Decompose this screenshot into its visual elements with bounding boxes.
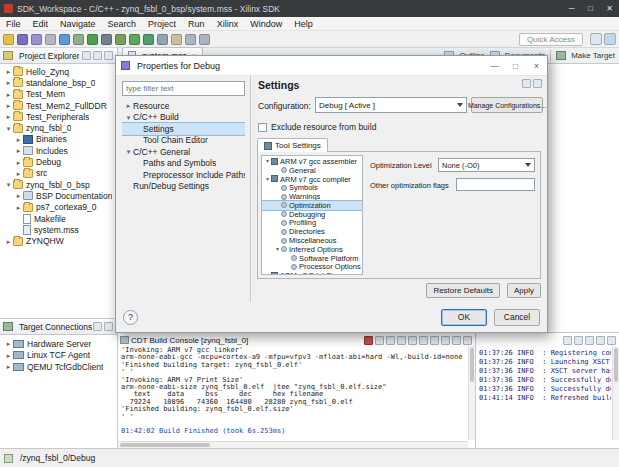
dialog-close-icon[interactable]: × — [526, 56, 547, 75]
tool-tree-item[interactable]: Symbols — [262, 183, 362, 192]
dialog-nav-item[interactable]: Settings — [122, 123, 245, 135]
display-selected-console-icon[interactable] — [441, 336, 450, 345]
make-target-view-button[interactable]: Make Target — [556, 51, 615, 60]
maximize-icon[interactable] — [463, 336, 472, 345]
tool-tree-item[interactable]: ▾ARM v7 gcc compiler — [262, 175, 362, 184]
cancel-button[interactable]: Cancel — [494, 309, 540, 326]
collapsed-arrow-icon[interactable]: ▸ — [4, 238, 13, 245]
project-tree-item[interactable]: ▸Includes — [2, 145, 117, 156]
collapsed-arrow-icon[interactable]: ▸ — [14, 159, 23, 166]
exclude-resource-checkbox[interactable] — [258, 123, 267, 132]
cpp-perspective-icon[interactable] — [604, 33, 616, 45]
configuration-select[interactable]: Debug [ Active ] — [315, 97, 467, 113]
back-history-icon[interactable] — [522, 79, 531, 88]
collapsed-arrow-icon[interactable]: ▸ — [14, 192, 23, 199]
console-horizontal-scrollbar[interactable] — [118, 441, 468, 448]
debug-icon[interactable] — [115, 34, 126, 45]
view-menu-icon[interactable] — [93, 51, 102, 60]
scrollbar-thumb[interactable] — [120, 443, 210, 447]
external-tools-icon[interactable] — [143, 34, 154, 45]
project-tree-item[interactable]: ▸Test_Mem — [2, 89, 117, 100]
apply-button[interactable]: Apply — [507, 283, 541, 298]
ok-button[interactable]: OK — [441, 309, 487, 326]
menu-search[interactable]: Search — [102, 19, 143, 29]
collapsed-arrow-icon[interactable]: ▸ — [124, 102, 133, 109]
forward-history-icon[interactable] — [533, 79, 542, 88]
restore-defaults-button[interactable]: Restore Defaults — [426, 283, 500, 298]
dialog-maximize-icon[interactable]: □ — [505, 56, 526, 75]
other-flags-input[interactable] — [456, 178, 535, 191]
dialog-nav-item[interactable]: Preprocessor Include Paths, Macros etc. — [122, 169, 245, 181]
minimize-icon[interactable] — [104, 51, 113, 60]
menu-run[interactable]: Run — [182, 19, 211, 29]
dialog-nav-item[interactable]: Tool Chain Editor — [122, 135, 245, 147]
scrollbar-thumb[interactable] — [614, 348, 618, 382]
project-tree-item[interactable]: ▸Debug — [2, 156, 117, 167]
collapsed-arrow-icon[interactable]: ▸ — [4, 113, 13, 120]
clear-console-icon[interactable] — [397, 336, 406, 345]
project-tree-item[interactable]: ▸ps7_cortexa9_0 — [2, 202, 117, 213]
search-icon[interactable] — [157, 34, 168, 45]
console-vertical-scrollbar[interactable] — [468, 346, 475, 440]
view-menu-icon[interactable] — [104, 322, 113, 331]
project-tree-item[interactable]: ▾zynq_fsbl_0_bsp — [2, 179, 117, 190]
save-icon[interactable] — [17, 34, 28, 45]
menu-xilinx[interactable]: Xilinx — [211, 19, 245, 29]
close-window-icon[interactable]: ✕ — [600, 0, 619, 17]
menu-edit[interactable]: Edit — [27, 19, 55, 29]
project-tree-item[interactable]: system.mss — [2, 224, 117, 235]
tool-tree-item[interactable]: General — [262, 166, 362, 175]
expanded-arrow-icon[interactable]: ▾ — [124, 114, 133, 121]
collapsed-arrow-icon[interactable]: ▸ — [4, 352, 13, 359]
program-fpga-icon[interactable] — [87, 34, 98, 45]
create-boot-image-icon[interactable] — [73, 34, 84, 45]
build-all-icon[interactable] — [45, 34, 56, 45]
expanded-arrow-icon[interactable]: ▾ — [4, 125, 13, 132]
collapsed-arrow-icon[interactable]: ▸ — [4, 79, 13, 86]
maximize-icon[interactable] — [607, 336, 616, 345]
menu-file[interactable]: File — [0, 19, 27, 29]
clear-log-icon[interactable] — [563, 336, 572, 345]
sdk-log-vertical-scrollbar[interactable] — [612, 346, 619, 440]
project-tree-item[interactable]: ▸Hello_Zynq — [2, 66, 117, 77]
tool-tree-item[interactable]: Directories — [262, 227, 362, 236]
tool-tree-item[interactable]: Warnings — [262, 192, 362, 201]
open-perspective-icon[interactable] — [590, 33, 602, 45]
expanded-arrow-icon[interactable]: ▾ — [4, 181, 13, 188]
dialog-minimize-icon[interactable]: — — [484, 56, 505, 75]
minimize-icon[interactable] — [596, 336, 605, 345]
quick-access-box[interactable]: Quick Access — [519, 33, 583, 46]
project-tree-item[interactable]: ▸BSP Documentation — [2, 190, 117, 201]
target-tree-item[interactable]: ▸Hardware Server — [2, 338, 117, 350]
collapse-all-icon[interactable] — [82, 51, 91, 60]
dialog-nav-item[interactable]: Paths and Symbols — [122, 158, 245, 170]
project-tree-item[interactable]: ▸Binaries — [2, 134, 117, 145]
view-menu-icon[interactable] — [585, 336, 594, 345]
collapsed-arrow-icon[interactable]: ▸ — [14, 136, 23, 143]
add-target-icon[interactable] — [93, 322, 102, 331]
menu-window[interactable]: Window — [244, 19, 288, 29]
minimize-window-icon[interactable]: ─ — [562, 0, 581, 17]
optimization-level-select[interactable]: None (-O0) — [438, 158, 535, 172]
run-icon[interactable] — [129, 34, 140, 45]
remove-all-launches-icon[interactable] — [386, 336, 395, 345]
new-c-project-icon[interactable] — [59, 34, 70, 45]
menu-help[interactable]: Help — [288, 19, 319, 29]
collapsed-arrow-icon[interactable]: ▸ — [14, 204, 23, 211]
expanded-arrow-icon[interactable]: ▾ — [264, 158, 271, 164]
expanded-arrow-icon[interactable]: ▾ — [264, 176, 271, 182]
project-tree-item[interactable]: ▸src — [2, 168, 117, 179]
project-tree-item[interactable]: ▸ZYNQHW — [2, 235, 117, 246]
scroll-lock-icon[interactable] — [574, 336, 583, 345]
dialog-nav-item[interactable]: Run/Debug Settings — [122, 181, 245, 193]
dialog-nav-item[interactable]: ▸Resource — [122, 100, 245, 112]
scroll-lock-icon[interactable] — [408, 336, 417, 345]
project-tree-item[interactable]: ▸standalone_bsp_0 — [2, 77, 117, 88]
back-icon[interactable] — [185, 34, 196, 45]
target-tree-item[interactable]: ▸QEMU TcfGdbClient — [2, 361, 117, 373]
expanded-arrow-icon[interactable]: ▾ — [124, 148, 133, 155]
annotation-nav-icon[interactable] — [171, 34, 182, 45]
tool-tree-item[interactable]: ▾ARM v7 gcc assembler — [262, 157, 362, 166]
tab-tool-settings[interactable]: Tool Settings — [257, 138, 328, 152]
project-tree-item[interactable]: ▸Test_Peripherals — [2, 111, 117, 122]
